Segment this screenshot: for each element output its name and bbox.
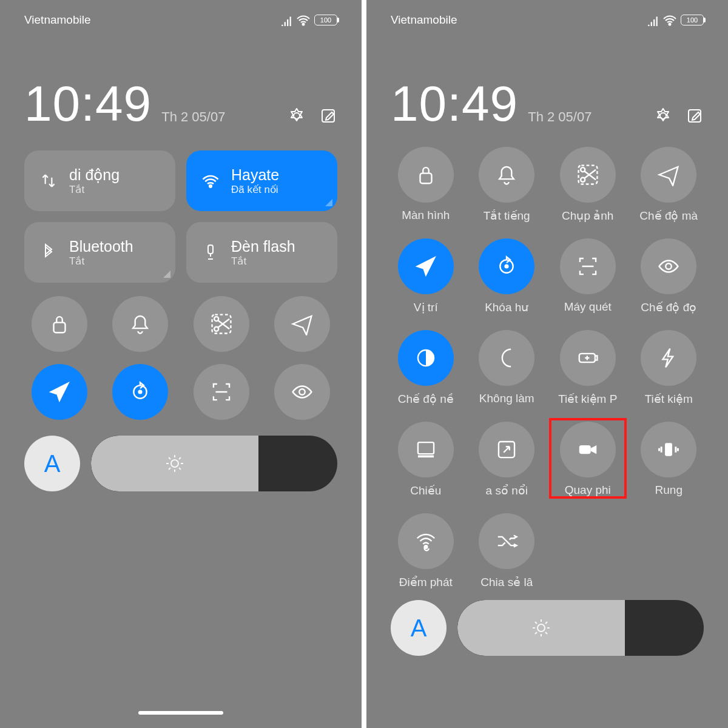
phone-left: Vietnamobile 100 10:49 Th 2 05/07 di độn… — [0, 0, 362, 728]
toggle-scan[interactable] — [194, 364, 249, 420]
location-icon — [414, 255, 437, 278]
battery-icon: 100 — [314, 15, 337, 25]
toggle-cell: Chia sẻ lâ — [472, 513, 542, 589]
carrier-label: Vietnamobile — [391, 13, 457, 27]
auto-brightness-button[interactable]: A — [391, 600, 447, 656]
wifi-icon — [662, 14, 677, 26]
scan-icon — [576, 255, 599, 278]
toggle-label: Chế độ nề — [398, 392, 454, 406]
toggle-cell: Tắt tiếng — [472, 147, 542, 223]
battery-icon: 100 — [681, 15, 704, 25]
home-indicator[interactable] — [138, 711, 223, 715]
toggle-cell: Chế độ nề — [391, 330, 461, 406]
rotate-icon — [129, 380, 152, 403]
toggle-label: Khóa hư — [485, 300, 528, 314]
toggle-cell: Máy quét — [553, 238, 623, 314]
toggle-label: Tắt tiếng — [484, 209, 530, 223]
toggle-label: Chụp ảnh — [562, 209, 613, 223]
plane-icon — [291, 312, 314, 335]
lock-icon — [414, 163, 437, 186]
toggle-battery-plus[interactable] — [560, 330, 616, 386]
wifi-icon — [201, 171, 220, 190]
lock-icon — [48, 312, 71, 335]
toggle-label: Rung — [655, 484, 682, 497]
toggle-cell: Chụp ảnh — [553, 147, 623, 223]
clock-date: Th 2 05/07 — [528, 109, 644, 132]
data-arrows-icon — [39, 171, 58, 190]
phone-right: Vietnamobile 100 10:49 Th 2 05/07 Màn hì… — [366, 0, 728, 728]
toggle-bolt[interactable] — [641, 330, 696, 386]
tile-bluetooth[interactable]: BluetoothTắt — [24, 222, 175, 283]
toggle-cell: Chế độ đọ — [634, 238, 704, 314]
tile-wifi[interactable]: HayateĐã kết nối — [186, 150, 337, 211]
toggle-plane[interactable] — [274, 296, 330, 352]
battery-plus-icon — [576, 346, 599, 369]
signal-icon — [647, 14, 659, 26]
tile-flashlight[interactable]: Đèn flashTắt — [186, 222, 337, 283]
toggle-location[interactable] — [398, 238, 454, 294]
auto-brightness-button[interactable]: A — [24, 436, 80, 491]
toggle-grid: Màn hình Tắt tiếng Chụp ảnh Chế độ mà Vị… — [366, 132, 728, 589]
bolt-icon — [657, 346, 680, 369]
toggle-label: Chiếu — [410, 484, 441, 497]
clock-time: 10:49 — [24, 75, 152, 132]
toggle-plane[interactable] — [641, 147, 696, 203]
toggle-label: a sổ nổi — [486, 484, 528, 497]
toggle-label: Tiết kiệm — [645, 392, 693, 406]
settings-icon[interactable] — [288, 107, 306, 125]
toggle-video[interactable] — [560, 422, 616, 477]
toggle-bell[interactable] — [479, 147, 534, 203]
toggle-scan[interactable] — [560, 238, 616, 294]
eye-icon — [291, 380, 314, 403]
expand-icon — [495, 438, 518, 461]
toggle-cell: Vị trí — [391, 238, 461, 314]
toggle-lock[interactable] — [32, 296, 87, 352]
header: 10:49 Th 2 05/07 — [0, 27, 362, 132]
toggle-hotspot[interactable] — [398, 513, 454, 569]
tile-mobile-data[interactable]: di độngTắt — [24, 150, 175, 211]
eye-icon — [657, 255, 680, 278]
clock-date: Th 2 05/07 — [161, 109, 278, 132]
edit-icon[interactable] — [686, 107, 704, 125]
toggle-scissors[interactable] — [560, 147, 616, 203]
cast-icon — [414, 438, 437, 461]
toggle-cell: Tiết kiệm P — [553, 330, 623, 406]
status-bar: Vietnamobile 100 — [366, 0, 728, 27]
toggle-eye[interactable] — [641, 238, 696, 294]
toggle-cast[interactable] — [398, 422, 454, 477]
plane-icon — [657, 163, 680, 186]
rotate-icon — [495, 255, 518, 278]
toggle-label: Vị trí — [414, 300, 438, 314]
carrier-label: Vietnamobile — [24, 13, 91, 27]
toggle-cell: Điểm phát — [391, 513, 461, 589]
settings-icon[interactable] — [654, 107, 672, 125]
location-icon — [48, 380, 71, 403]
toggle-expand[interactable] — [479, 422, 534, 477]
toggle-scissors[interactable] — [194, 296, 249, 352]
toggle-moon[interactable] — [479, 330, 534, 386]
toggle-bell[interactable] — [112, 296, 168, 352]
toggle-cell: Tiết kiệm — [634, 330, 704, 406]
toggle-vibrate[interactable] — [641, 422, 696, 477]
toggle-eye[interactable] — [274, 364, 330, 420]
bluetooth-icon — [39, 243, 58, 262]
toggle-rotate[interactable] — [112, 364, 168, 420]
toggle-shuffle[interactable] — [479, 513, 534, 569]
bell-icon — [129, 312, 152, 335]
toggle-rotate[interactable] — [479, 238, 534, 294]
clock-time: 10:49 — [391, 75, 518, 132]
toggle-lock[interactable] — [398, 147, 454, 203]
toggle-cell: Khóa hư — [472, 238, 542, 314]
edit-icon[interactable] — [319, 107, 337, 125]
scissors-icon — [210, 312, 233, 335]
brightness-slider[interactable] — [91, 436, 337, 491]
toggle-contrast[interactable] — [398, 330, 454, 386]
toggle-cell: Chế độ mà — [634, 147, 704, 223]
toggle-label: Máy quét — [564, 300, 612, 314]
header: 10:49 Th 2 05/07 — [366, 27, 728, 132]
brightness-slider[interactable] — [457, 600, 704, 656]
contrast-icon — [414, 346, 437, 369]
toggle-label: Màn hình — [402, 209, 450, 222]
toggle-location[interactable] — [32, 364, 87, 420]
toggle-cell: Quay phi — [553, 422, 623, 497]
